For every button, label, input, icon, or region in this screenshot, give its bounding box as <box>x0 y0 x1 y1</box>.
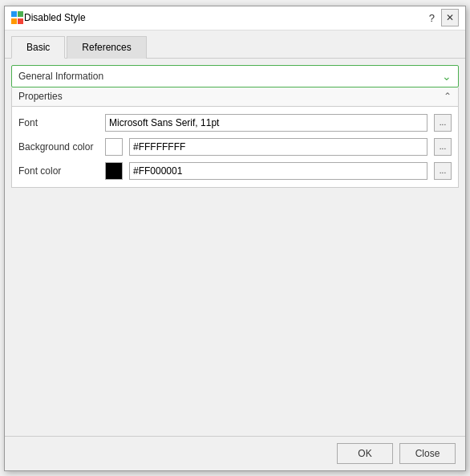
tab-basic[interactable]: Basic <box>11 36 65 59</box>
section-title: General Information <box>18 71 103 82</box>
title-bar-controls: ? ✕ <box>426 9 459 26</box>
ok-button[interactable]: OK <box>337 443 393 464</box>
font-input[interactable] <box>105 114 427 132</box>
subsection-title: Properties <box>18 91 63 102</box>
subsection-properties: Properties ⌃ <box>11 87 459 107</box>
font-color-browse-button[interactable]: ... <box>434 162 452 180</box>
title-bar: Disabled Style ? ✕ <box>5 6 465 31</box>
section-chevron-icon[interactable]: ⌄ <box>442 70 452 83</box>
background-color-row: Background color ... <box>18 137 452 157</box>
dialog-title: Disabled Style <box>24 12 426 23</box>
font-color-input[interactable] <box>129 162 427 180</box>
background-color-label: Background color <box>18 141 99 153</box>
font-label: Font <box>18 117 99 128</box>
help-button[interactable]: ? <box>426 9 438 26</box>
dialog-body: General Information ⌄ Properties ⌃ Font … <box>5 59 465 436</box>
background-color-swatch <box>105 138 123 156</box>
font-browse-button[interactable]: ... <box>434 114 452 132</box>
tab-references[interactable]: References <box>67 36 146 59</box>
dialog-window: Disabled Style ? ✕ Basic References Gene… <box>4 6 466 471</box>
subsection-chevron-icon[interactable]: ⌃ <box>444 91 452 102</box>
app-icon <box>11 11 24 24</box>
dialog-footer: OK Close <box>5 436 465 470</box>
background-color-input[interactable] <box>129 138 427 156</box>
font-color-label: Font color <box>18 165 99 177</box>
close-dialog-button[interactable]: Close <box>399 443 456 464</box>
font-row: Font ... <box>18 113 452 132</box>
font-color-swatch <box>105 162 123 180</box>
tabs-bar: Basic References <box>5 31 465 59</box>
font-color-row: Font color ... <box>18 161 452 181</box>
section-general-information: General Information ⌄ <box>11 65 459 87</box>
properties-area: Font ... Background color ... Font color… <box>11 107 459 188</box>
close-button[interactable]: ✕ <box>441 9 459 26</box>
background-color-browse-button[interactable]: ... <box>434 138 452 156</box>
